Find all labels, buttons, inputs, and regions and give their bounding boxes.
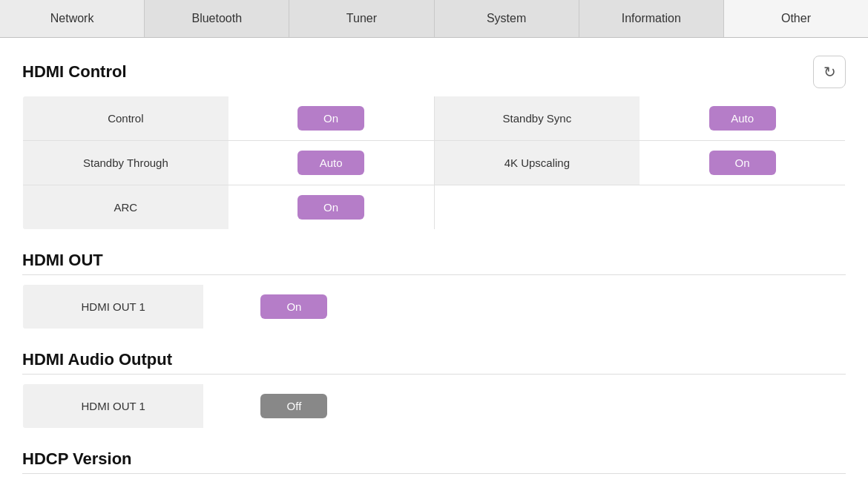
table-row: ARC On bbox=[23, 185, 846, 230]
hdmi-audio-title: HDMI Audio Output bbox=[22, 350, 172, 369]
main-content: HDMI Control ↻ Control On Standby Sync A… bbox=[0, 38, 868, 488]
hdmi-audio-out1-label: HDMI OUT 1 bbox=[23, 384, 204, 429]
hdmi-audio-section: HDMI Audio Output HDMI OUT 1 Off bbox=[22, 350, 846, 429]
hdmi-out-divider bbox=[22, 274, 846, 275]
tab-bar: Network Bluetooth Tuner System Informati… bbox=[0, 0, 868, 38]
control-label: Control bbox=[23, 96, 228, 141]
hdcp-version-section: HDCP Version bbox=[22, 449, 846, 474]
4k-upscaling-value-cell: On bbox=[640, 141, 845, 185]
refresh-button[interactable]: ↻ bbox=[813, 56, 846, 88]
arc-toggle[interactable]: On bbox=[297, 195, 364, 220]
hdmi-out-table: HDMI OUT 1 On bbox=[22, 284, 846, 329]
table-row: HDMI OUT 1 Off bbox=[23, 384, 846, 429]
standby-through-label: Standby Through bbox=[23, 141, 228, 185]
hdmi-control-section: HDMI Control ↻ Control On Standby Sync A… bbox=[22, 56, 846, 230]
hdmi-audio-table: HDMI OUT 1 Off bbox=[22, 383, 846, 429]
hdmi-audio-out1-toggle[interactable]: Off bbox=[260, 394, 327, 418]
standby-sync-toggle[interactable]: Auto bbox=[709, 106, 776, 131]
control-toggle[interactable]: On bbox=[297, 106, 364, 131]
tab-network[interactable]: Network bbox=[0, 0, 145, 37]
table-row: Standby Through Auto 4K Upscaling On bbox=[23, 141, 846, 185]
hdmi-out-empty1 bbox=[384, 285, 614, 329]
hdmi-out-section: HDMI OUT HDMI OUT 1 On bbox=[22, 251, 846, 329]
table-row: HDMI OUT 1 On bbox=[23, 285, 846, 329]
standby-through-toggle[interactable]: Auto bbox=[297, 151, 364, 175]
hdmi-out-empty2 bbox=[614, 285, 845, 329]
tab-tuner[interactable]: Tuner bbox=[289, 0, 434, 37]
tab-bluetooth[interactable]: Bluetooth bbox=[145, 0, 289, 37]
tab-information[interactable]: Information bbox=[579, 0, 724, 37]
arc-label: ARC bbox=[23, 185, 228, 230]
hdmi-audio-empty1 bbox=[384, 384, 614, 429]
hdmi-audio-divider bbox=[22, 374, 846, 375]
hdmi-audio-empty2 bbox=[614, 384, 845, 429]
hdmi-out1-label: HDMI OUT 1 bbox=[23, 285, 204, 329]
control-value-cell: On bbox=[228, 96, 434, 141]
hdcp-version-header: HDCP Version bbox=[22, 449, 846, 469]
hdmi-control-table: Control On Standby Sync Auto Standby Thr… bbox=[22, 96, 846, 230]
arc-empty-right2 bbox=[640, 185, 845, 230]
hdcp-version-divider bbox=[22, 473, 846, 474]
tab-system[interactable]: System bbox=[435, 0, 579, 37]
hdmi-out-header: HDMI OUT bbox=[22, 251, 846, 270]
hdcp-version-title: HDCP Version bbox=[22, 449, 132, 468]
tab-other[interactable]: Other bbox=[724, 0, 868, 37]
hdmi-control-title: HDMI Control bbox=[22, 62, 127, 82]
hdmi-control-header: HDMI Control ↻ bbox=[22, 56, 846, 88]
standby-through-value-cell: Auto bbox=[228, 141, 434, 185]
4k-upscaling-toggle[interactable]: On bbox=[709, 151, 776, 175]
hdmi-audio-header: HDMI Audio Output bbox=[22, 350, 846, 369]
refresh-icon: ↻ bbox=[823, 63, 836, 81]
hdmi-out1-toggle[interactable]: On bbox=[260, 294, 327, 319]
standby-sync-label: Standby Sync bbox=[434, 96, 640, 141]
arc-value-cell: On bbox=[228, 185, 434, 230]
hdmi-audio-out1-value-cell: Off bbox=[203, 384, 384, 429]
arc-empty-right1 bbox=[434, 185, 640, 230]
hdmi-out-title: HDMI OUT bbox=[22, 251, 103, 269]
table-row: Control On Standby Sync Auto bbox=[23, 96, 846, 141]
4k-upscaling-label: 4K Upscaling bbox=[434, 141, 640, 185]
standby-sync-value-cell: Auto bbox=[640, 96, 845, 141]
hdmi-out1-value-cell: On bbox=[203, 285, 384, 329]
